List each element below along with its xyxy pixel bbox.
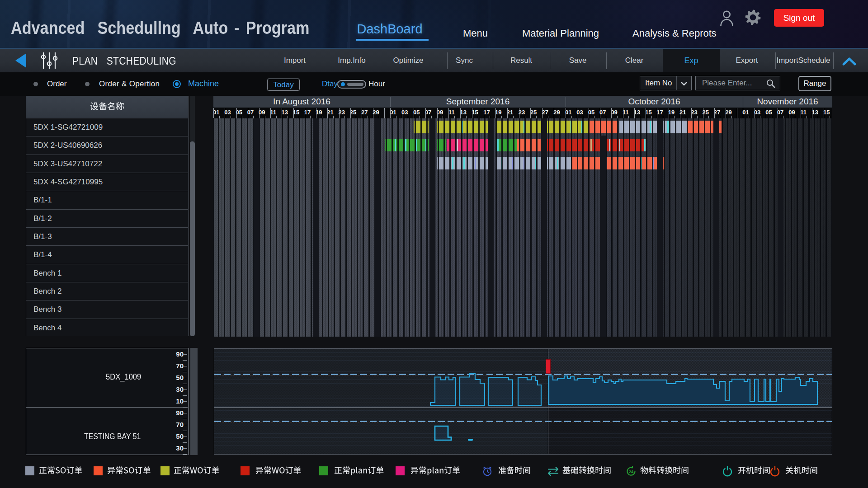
- svg-text:24: 24: [629, 469, 633, 474]
